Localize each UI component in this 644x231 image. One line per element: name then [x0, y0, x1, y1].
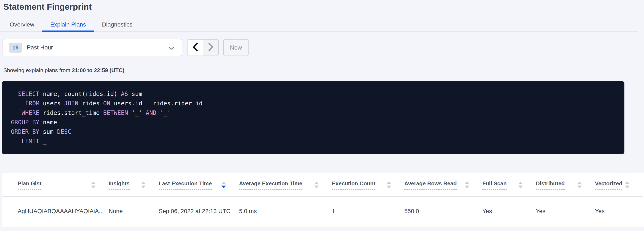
- sort-arrows-icon[interactable]: [625, 182, 630, 188]
- cell-last-execution-time: Sep 06, 2022 at 22:13 UTC: [159, 196, 239, 226]
- column-label: Execution Count: [332, 180, 376, 190]
- cell-vectorized: Yes: [595, 196, 642, 226]
- column-label: Average Rows Read: [404, 180, 457, 190]
- tab-explain-plans[interactable]: Explain Plans: [42, 18, 94, 32]
- sql-code-line: LIMIT _: [11, 136, 615, 146]
- explain-plans-table: Plan GistInsightsLast Execution TimeAver…: [2, 173, 642, 226]
- tab-diagnostics[interactable]: Diagnostics: [94, 18, 140, 32]
- time-picker-row: 1h Past Hour Now: [2, 39, 644, 56]
- column-header-execution-count[interactable]: Execution Count: [332, 173, 404, 196]
- sort-arrows-icon[interactable]: [141, 182, 146, 188]
- column-label: Last Execution Time: [159, 180, 212, 190]
- sort-arrows-icon[interactable]: [386, 182, 391, 188]
- column-header-insights[interactable]: Insights: [108, 173, 159, 196]
- column-label: Distributed: [536, 180, 565, 190]
- sql-code-line: FROM users JOIN rides ON users.id = ride…: [11, 99, 615, 108]
- sort-arrows-icon[interactable]: [465, 182, 469, 188]
- page-title: Statement Fingerprint: [0, 0, 644, 12]
- previous-time-range-button[interactable]: [188, 40, 203, 56]
- sql-statement-block: SELECT name, count(rides.id) AS sum FROM…: [2, 81, 624, 154]
- sql-code-line: SELECT name, count(rides.id) AS sum: [11, 89, 615, 99]
- range-summary-prefix: Showing explain plans from: [3, 67, 72, 74]
- chevron-right-icon: [208, 42, 214, 52]
- column-label: Plan Gist: [18, 180, 42, 190]
- sort-arrows-icon[interactable]: [518, 182, 523, 188]
- cell-plan-gist[interactable]: AgHUAQIABQAAAAHYAQIAiA...: [2, 196, 108, 226]
- column-label: Insights: [108, 180, 130, 190]
- time-range-label: Past Hour: [27, 44, 53, 51]
- explain-plans-card: Plan GistInsightsLast Execution TimeAver…: [2, 173, 644, 226]
- sql-code-line: GROUP BY name: [11, 118, 615, 127]
- tab-bar: OverviewExplain PlansDiagnostics: [0, 18, 638, 32]
- next-time-range-button[interactable]: [203, 40, 218, 56]
- column-label: Vectorized: [595, 180, 622, 190]
- cell-insights: None: [108, 196, 159, 226]
- cell-full-scan: Yes: [482, 196, 536, 226]
- range-summary-bold: 21:00 to 22:59 (UTC): [72, 67, 124, 74]
- table-row: AgHUAQIABQAAAAHYAQIAiA...NoneSep 06, 202…: [2, 196, 642, 226]
- time-nav-button-group: [187, 39, 219, 56]
- column-header-average-execution-time[interactable]: Average Execution Time: [239, 173, 332, 196]
- cell-distributed: Yes: [536, 196, 595, 226]
- time-shortcut-badge: 1h: [9, 43, 22, 52]
- cell-average-execution-time: 5.0 ms: [239, 196, 332, 226]
- cell-execution-count: 1: [332, 196, 404, 226]
- column-label: Full Scan: [482, 180, 507, 190]
- cell-average-rows-read: 550.0: [404, 196, 482, 226]
- column-header-distributed[interactable]: Distributed: [536, 173, 595, 196]
- chevron-down-icon: [168, 46, 174, 51]
- range-summary: Showing explain plans from 21:00 to 22:5…: [3, 67, 644, 74]
- sort-arrows-icon[interactable]: [222, 182, 226, 188]
- statement-fingerprint-page: Statement Fingerprint OverviewExplain Pl…: [0, 0, 644, 231]
- chevron-left-icon: [192, 42, 198, 52]
- sql-code-line: WHERE rides.start_time BETWEEN '_' AND '…: [11, 108, 615, 118]
- table-header-row: Plan GistInsightsLast Execution TimeAver…: [2, 173, 642, 196]
- sql-code-line: ORDER BY sum DESC: [11, 127, 615, 136]
- column-header-average-rows-read[interactable]: Average Rows Read: [404, 173, 482, 196]
- column-header-vectorized[interactable]: Vectorized: [595, 173, 642, 196]
- sort-arrows-icon[interactable]: [314, 182, 319, 188]
- column-header-plan-gist[interactable]: Plan Gist: [2, 173, 108, 196]
- column-label: Average Execution Time: [239, 180, 302, 190]
- time-range-dropdown[interactable]: 1h Past Hour: [2, 39, 182, 56]
- sort-arrows-icon[interactable]: [577, 182, 582, 188]
- section-divider: [2, 170, 624, 170]
- sort-arrows-icon[interactable]: [91, 182, 96, 188]
- column-header-last-execution-time[interactable]: Last Execution Time: [159, 173, 239, 196]
- now-button[interactable]: Now: [223, 39, 248, 56]
- tab-overview[interactable]: Overview: [2, 18, 42, 32]
- column-header-full-scan[interactable]: Full Scan: [482, 173, 536, 196]
